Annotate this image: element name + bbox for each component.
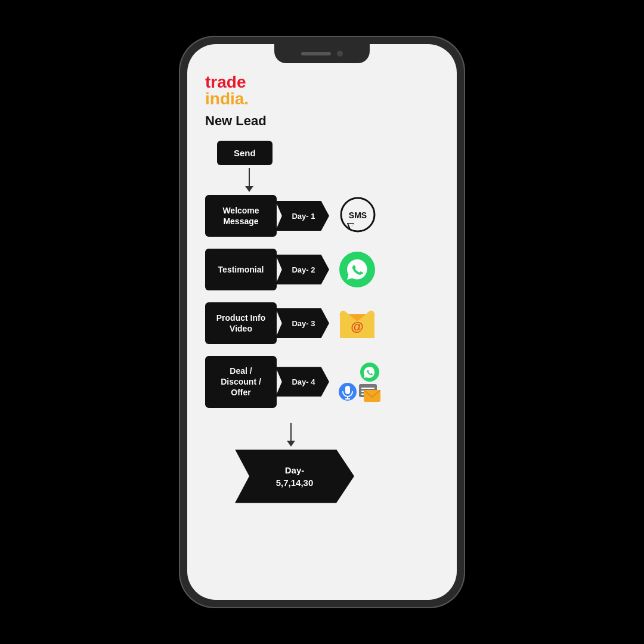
whatsapp-icon [338, 250, 377, 289]
icon-whatsapp [338, 250, 377, 289]
day-arrow-1: Day- 1 [275, 201, 329, 231]
phone-frame: trade india. New Lead Send WelcomeMessag… [179, 36, 465, 608]
arrow-down-2 [287, 420, 295, 450]
logo-trade: trade [205, 74, 439, 91]
flow-row-4: Deal /Discount /Offer Day- 4 [205, 356, 439, 408]
notch-bar [301, 52, 331, 55]
flow-row-3: Product InfoVideo Day- 3 [205, 302, 439, 344]
arrow-down-1 [245, 165, 253, 195]
multi-whatsapp-icon [359, 361, 380, 383]
content-welcome: WelcomeMessage [205, 195, 277, 237]
phone-screen: trade india. New Lead Send WelcomeMessag… [187, 44, 457, 600]
icon-multi [338, 361, 380, 402]
flow-diagram: Send WelcomeMessage Day- 1 SMS [205, 141, 439, 503]
day-arrow-3: Day- 3 [275, 308, 329, 338]
day-arrow-4: Day- 4 [275, 367, 329, 397]
phone-notch [274, 44, 370, 63]
logo-india: india. [205, 91, 439, 107]
icon-sms: SMS [338, 196, 378, 236]
sms-icon: SMS [338, 196, 378, 236]
svg-rect-7 [345, 386, 350, 394]
day-arrow-2: Day- 2 [275, 255, 329, 284]
flow-row-2: Testimonial Day- 2 [205, 249, 439, 290]
content-testimonial: Testimonial [205, 249, 277, 290]
notch-camera [337, 51, 343, 57]
bottom-day-arrow: Day-5,7,14,30 [235, 450, 354, 503]
svg-text:@: @ [351, 319, 363, 334]
svg-text:SMS: SMS [349, 210, 367, 220]
screen-content: trade india. New Lead Send WelcomeMessag… [187, 44, 457, 600]
bottom-day-label: Day-5,7,14,30 [276, 464, 314, 489]
content-deal: Deal /Discount /Offer [205, 356, 277, 408]
content-product-info: Product InfoVideo [205, 302, 277, 344]
multi-mic-icon [338, 382, 358, 402]
tradeindia-logo: trade india. [205, 74, 439, 107]
icon-email: @ [338, 306, 377, 340]
multi-email-icon [364, 390, 380, 402]
send-box[interactable]: Send [217, 141, 273, 165]
page-title: New Lead [205, 113, 439, 129]
flow-row-1: WelcomeMessage Day- 1 SMS [205, 195, 439, 237]
email-icon: @ [338, 306, 377, 340]
